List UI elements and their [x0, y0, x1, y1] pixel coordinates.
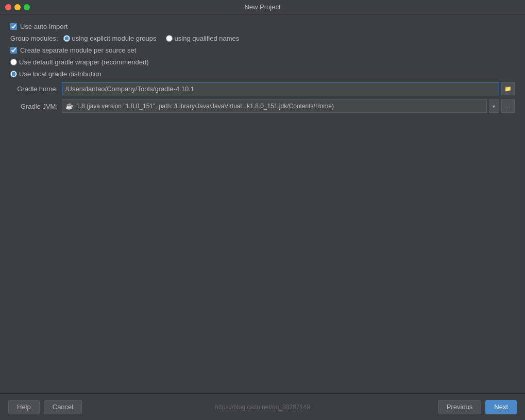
content-spacer [10, 117, 515, 385]
bottom-right-buttons: Previous Next [438, 400, 517, 414]
close-button[interactable] [5, 4, 11, 10]
create-separate-module-label: Create separate module per source set [20, 46, 136, 54]
gradle-jvm-value: 1.8 (java version "1.8.0_151", path: /Li… [76, 103, 334, 110]
jvm-more-button[interactable]: ... [501, 99, 515, 113]
create-separate-module-wrapper: Create separate module per source set [10, 46, 136, 54]
qualified-names-option: using qualified names [166, 35, 240, 42]
ellipsis-icon: ... [505, 103, 510, 109]
window-controls [5, 4, 30, 10]
auto-import-checkbox[interactable] [10, 23, 17, 30]
auto-import-wrapper: Use auto-import [10, 23, 67, 30]
bottom-bar: Help Cancel https://blog.csdn.net/qq_302… [0, 393, 525, 420]
next-button[interactable]: Next [485, 400, 517, 414]
default-gradle-option: Use default gradle wrapper (recommended) [10, 58, 148, 66]
gradle-home-input[interactable] [62, 82, 499, 95]
auto-import-row: Use auto-import [10, 23, 515, 30]
gradle-jvm-label: Gradle JVM: [10, 103, 62, 110]
maximize-button[interactable] [24, 4, 30, 10]
local-gradle-option: Use local gradle distribution [10, 70, 101, 78]
window-title: New Project [244, 3, 280, 11]
gradle-home-label: Gradle home: [10, 85, 62, 93]
explicit-module-label: using explicit module groups [72, 35, 157, 42]
chevron-down-icon: ▾ [493, 104, 495, 109]
explicit-module-radio[interactable] [63, 35, 70, 42]
main-content: Use auto-import Group modules: using exp… [0, 14, 525, 393]
watermark-text: https://blog.csdn.net/qq_30287149 [215, 404, 310, 411]
local-gradle-radio[interactable] [10, 71, 17, 77]
create-separate-module-row: Create separate module per source set [10, 46, 515, 54]
bottom-left-buttons: Help Cancel [8, 400, 82, 414]
qualified-names-label: using qualified names [175, 35, 240, 42]
qualified-names-radio[interactable] [166, 35, 173, 42]
previous-button[interactable]: Previous [438, 400, 482, 414]
default-gradle-label: Use default gradle wrapper (recommended) [19, 58, 148, 66]
auto-import-label: Use auto-import [20, 23, 67, 30]
group-modules-row: Group modules: using explicit module gro… [10, 35, 515, 42]
local-gradle-label: Use local gradle distribution [19, 70, 101, 78]
gradle-jvm-row: Gradle JVM: ☕ 1.8 (java version "1.8.0_1… [10, 99, 515, 113]
help-button[interactable]: Help [8, 400, 40, 414]
cancel-button[interactable]: Cancel [44, 400, 82, 414]
gradle-jvm-display[interactable]: ☕ 1.8 (java version "1.8.0_151", path: /… [62, 99, 487, 113]
jvm-dropdown-button[interactable]: ▾ [489, 99, 499, 113]
title-bar: New Project [0, 0, 525, 14]
local-gradle-row: Use local gradle distribution [10, 70, 515, 78]
create-separate-module-checkbox[interactable] [10, 47, 17, 54]
group-modules-label: Group modules: [10, 35, 58, 42]
gradle-home-row: Gradle home: 📁 [10, 82, 515, 95]
folder-icon: 📁 [504, 86, 512, 92]
explicit-module-groups-option: using explicit module groups [63, 35, 157, 42]
default-gradle-radio[interactable] [10, 59, 17, 65]
gradle-home-field: 📁 [62, 82, 515, 95]
jvm-icon: ☕ [65, 103, 73, 110]
gradle-home-browse-button[interactable]: 📁 [501, 82, 515, 95]
gradle-jvm-field: ☕ 1.8 (java version "1.8.0_151", path: /… [62, 99, 515, 113]
minimize-button[interactable] [14, 4, 21, 10]
default-gradle-row: Use default gradle wrapper (recommended) [10, 58, 515, 66]
